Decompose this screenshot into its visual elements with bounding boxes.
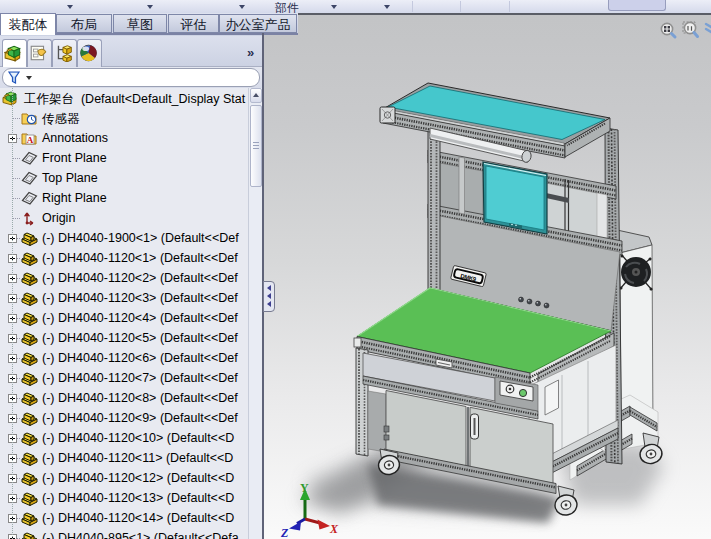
- svg-text:Z: Z: [280, 526, 289, 539]
- svg-text:Y: Y: [300, 481, 309, 495]
- svg-text:X: X: [329, 522, 339, 536]
- svg-text:A: A: [27, 135, 34, 145]
